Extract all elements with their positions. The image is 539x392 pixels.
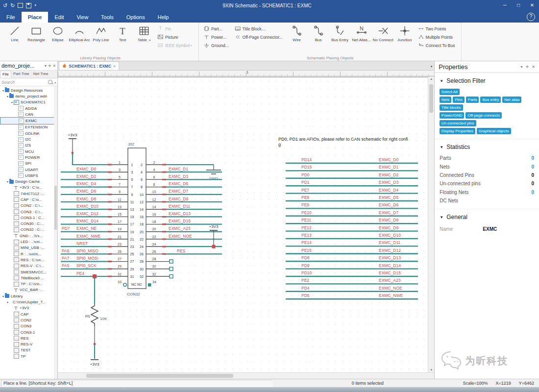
port-label[interactable]: PA5 <box>62 263 70 268</box>
menu-tools[interactable]: Tools <box>95 12 120 23</box>
tree-item-spi[interactable]: SPI <box>0 161 57 167</box>
help-icon[interactable]: ? <box>527 13 535 21</box>
tree-item-con3-1-c[interactable]: CON3-1 : C... <box>0 215 57 220</box>
pin-number-outside[interactable]: 24 <box>152 243 156 246</box>
tab-close-icon[interactable]: × <box>113 64 116 69</box>
exmc-net-label[interactable]: EXMC_NWE <box>379 293 403 298</box>
net-label-left[interactable]: EXMC_NWE <box>76 234 100 239</box>
ribbon-item-bus[interactable]: Bus <box>308 24 329 47</box>
filter-button-title-blocks[interactable]: Title blocks <box>440 104 463 111</box>
tree-item-con32-c[interactable]: CON32 : C:... <box>0 227 57 233</box>
no-connect-square[interactable] <box>170 267 173 270</box>
filter-button-parts[interactable]: Parts <box>466 97 479 103</box>
pin-number-inside[interactable]: 9 <box>131 193 133 196</box>
vertical-scrollbar[interactable]: ▲ ▼ <box>428 76 434 372</box>
port-net-label[interactable]: PD15 <box>301 165 312 170</box>
net-label-right[interactable]: EXMC_D15 <box>169 219 191 223</box>
pin-number-inside[interactable]: 1 <box>131 163 133 167</box>
panel-menu-icon[interactable]: ▾ <box>45 64 47 68</box>
nc-circle[interactable] <box>123 283 126 286</box>
tree-item-can[interactable]: CAN <box>0 111 57 117</box>
tree-item-led-vxi[interactable]: LED : ..\vxi... <box>0 239 57 245</box>
pin-number-inside[interactable]: 29 <box>130 268 134 271</box>
net-label-right[interactable]: EXMC_D13 <box>169 211 191 216</box>
exmc-net-label[interactable]: EXMC_D14 <box>379 263 401 268</box>
tree-item-cap[interactable]: CAP <box>0 311 57 317</box>
net-label-left[interactable]: SPI0_MOSI <box>76 256 98 261</box>
pin-number-outside[interactable]: 13 <box>118 205 122 209</box>
ribbon-item-part[interactable]: Part... <box>202 24 230 33</box>
filter-button-bus-entry[interactable]: Bus entry <box>480 97 501 103</box>
redo-icon[interactable]: ↻ <box>10 2 15 9</box>
pin-number-inside[interactable]: 20 <box>140 230 144 234</box>
tree-item-titleblock0[interactable]: TitleBlock0 ... <box>0 275 57 281</box>
tree-item-con30-c[interactable]: CON30 : C:... <box>0 221 57 227</box>
search-icon[interactable] <box>48 80 52 84</box>
minimize-button[interactable]: ─ <box>498 0 512 11</box>
menu-edit[interactable]: Edit <box>48 12 70 23</box>
pin-number-inside[interactable]: 32 <box>140 275 144 278</box>
tree-item-design-cache[interactable]: ▾Design Cache <box>0 178 57 184</box>
pin-number-outside[interactable]: 14 <box>152 205 156 209</box>
net-label-right[interactable]: EXMC_NOE <box>169 234 192 239</box>
net-label-left[interactable]: NRST <box>76 241 88 246</box>
wire-3v3-pin1[interactable] <box>73 154 108 165</box>
tree-item-exmc[interactable]: EXMC <box>0 117 57 124</box>
port-net-label[interactable]: PD8 <box>301 255 310 260</box>
properties-pin-icon[interactable]: ✛ <box>526 65 529 69</box>
tree-scrollbar[interactable] <box>54 86 57 379</box>
ribbon-item-net-alias[interactable]: NNet Alias... <box>351 24 372 47</box>
net-label-right[interactable]: EXMC_D9 <box>169 196 188 201</box>
pin-number-outside[interactable]: 19 <box>118 227 122 231</box>
tree-item-74hct112[interactable]: 74HCT112 :... <box>0 191 57 196</box>
menu-help[interactable]: Help <box>151 12 175 23</box>
filter-button-off-page-connects[interactable]: Off-page-connects <box>466 112 502 119</box>
pin-number-outside[interactable]: 15 <box>118 213 122 216</box>
net-label-right[interactable]: EXMC_D1 <box>169 167 188 172</box>
nc-square[interactable] <box>148 283 151 287</box>
exmc-net-label[interactable]: EXMC_D10 <box>379 233 401 238</box>
tree-item-tp[interactable]: TP <box>0 353 57 359</box>
tree-item-i2c[interactable]: I2C <box>0 136 57 142</box>
filter-button-net-alias[interactable]: Net alias <box>502 97 521 103</box>
port-net-label[interactable]: PD9 <box>301 263 310 268</box>
filter-button-pins[interactable]: Pins <box>453 97 465 103</box>
net-label-left[interactable]: EXMC_D12 <box>76 211 98 216</box>
vscroll-thumb[interactable] <box>429 84 433 113</box>
tree-item-library[interactable]: ▾Library <box>0 293 57 299</box>
tree-item-con3-c[interactable]: CON3 : C:\... <box>0 209 57 215</box>
stat-value[interactable]: 0 <box>531 190 534 195</box>
pin-number-outside[interactable]: 28 <box>152 257 156 261</box>
exmc-net-label[interactable]: EXMC_D12 <box>379 248 401 253</box>
panel-pin-icon[interactable]: ✛ <box>48 64 51 68</box>
net-label-right[interactable]: EXMC_D3 <box>169 174 188 179</box>
pin-number-inside[interactable]: 22 <box>140 238 144 241</box>
search-box[interactable]: Search ▴ <box>0 78 57 86</box>
tree-item-schematic1[interactable]: ▾SCHEMATIC1 <box>0 99 57 105</box>
net-label-left[interactable]: EXMC_D0 <box>76 167 96 172</box>
properties-menu-icon[interactable]: ▾ <box>521 65 523 69</box>
exmc-net-label[interactable]: EXMC_D2 <box>379 172 398 177</box>
pin-number-outside[interactable]: 23 <box>118 243 122 246</box>
schematic-note-line2[interactable]: g <box>278 142 281 147</box>
tree-item-c-vxin-jupiter-t[interactable]: ▾C:\Vxin\Jupiter_T... <box>0 299 57 305</box>
exmc-net-label[interactable]: EXMC_D0 <box>379 157 398 162</box>
filter-button-un-connected-pins[interactable]: Un-connected pins <box>440 120 476 126</box>
pin-number-outside[interactable]: 7 <box>119 183 121 186</box>
port-net-label[interactable]: PD1 <box>301 180 310 185</box>
exmc-net-label[interactable]: EXMC_NOE <box>379 286 402 291</box>
ribbon-item-off-page-connector[interactable]: Off-Page Connector... <box>233 33 284 41</box>
pin-number-outside[interactable]: 3 <box>119 168 121 172</box>
tree-item-3v3-c-v[interactable]: +3V3 : C:\v... <box>0 185 57 191</box>
pin-number-inside[interactable]: 12 <box>140 200 144 204</box>
tree-item-usart[interactable]: USART <box>0 167 57 172</box>
pin-number-inside[interactable]: 6 <box>141 178 143 181</box>
pin-number-inside[interactable]: 23 <box>130 245 134 248</box>
tree-item-tp-c-vxi[interactable]: TP : C:\Vxi... <box>0 281 57 287</box>
new-window-icon[interactable] <box>18 3 23 8</box>
pin-number-outside[interactable]: 8 <box>153 183 155 186</box>
resistor-r6[interactable] <box>91 304 98 326</box>
port-label[interactable]: PA7 <box>62 256 70 261</box>
tree-item-gnd-vx[interactable]: GND : ..\Vx... <box>0 233 57 239</box>
collapse-icon[interactable]: ▴ <box>54 80 56 84</box>
